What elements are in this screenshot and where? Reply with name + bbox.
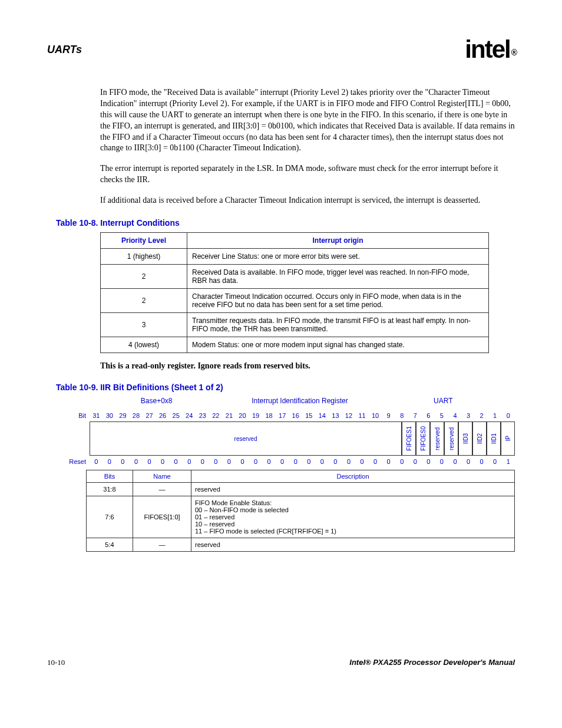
bit-number: 22: [209, 411, 223, 420]
col-origin: Interrupt origin: [187, 233, 489, 249]
reset-value: 0: [369, 457, 382, 466]
reset-value: 0: [342, 457, 356, 466]
field-reserved-4: reserved: [444, 421, 458, 456]
reset-value: 0: [209, 457, 223, 466]
field-iid3: IID3: [458, 421, 472, 456]
reset-value: 0: [116, 457, 130, 466]
reset-value: 0: [196, 457, 210, 466]
table-row: 5:4 — reserved: [87, 538, 515, 552]
interrupt-conditions-table: Priority Level Interrupt origin 1 (highe…: [100, 232, 489, 353]
reset-value: 0: [143, 457, 156, 466]
field-reserved: reserved: [90, 421, 402, 456]
reg-offset: Base+0x8: [85, 397, 228, 405]
table-row: 2Received Data is available. In FIFO mod…: [101, 265, 489, 289]
bit-definitions-table: Bits Name Description 31:8 — reserved 7:…: [86, 470, 515, 552]
field-fifoes0: FIFOES0: [416, 421, 430, 456]
field-reserved-5: reserved: [430, 421, 444, 456]
bit-number: 8: [395, 411, 409, 420]
table-row: 3Transmitter requests data. In FIFO mode…: [101, 313, 489, 337]
bit-number: 20: [236, 411, 249, 420]
bit-number: 9: [382, 411, 395, 420]
bit-number: 2: [475, 411, 488, 420]
readonly-note: This is a read-only register. Ignore rea…: [100, 361, 515, 371]
reset-value: 0: [355, 457, 369, 466]
reset-value: 0: [289, 457, 302, 466]
bit-number: 12: [342, 411, 356, 420]
bit-number: 19: [249, 411, 263, 420]
field-iid1: IID1: [487, 421, 501, 456]
reset-value: 0: [169, 457, 183, 466]
bit-number: 10: [369, 411, 382, 420]
reset-value: 0: [475, 457, 488, 466]
reset-value: 0: [395, 457, 409, 466]
table-row: 4 (lowest)Modem Status: one or more mode…: [101, 337, 489, 353]
bit-number: 14: [316, 411, 329, 420]
reset-value: 0: [249, 457, 263, 466]
bit-number: 28: [130, 411, 143, 420]
reset-value: 0: [435, 457, 449, 466]
section-heading: UARTs: [47, 44, 82, 56]
bit-number: 16: [289, 411, 302, 420]
bit-number: 26: [156, 411, 170, 420]
col-priority: Priority Level: [101, 233, 187, 249]
reset-value: 0: [462, 457, 475, 466]
bit-number: 3: [462, 411, 475, 420]
bit-number: 27: [143, 411, 156, 420]
col-description: Description: [191, 470, 515, 483]
paragraph-2: The error interrupt is reported separate…: [100, 163, 515, 186]
reset-value: 0: [422, 457, 435, 466]
reset-value: 0: [276, 457, 289, 466]
table-row: 2Character Timeout Indication occurred. …: [101, 289, 489, 313]
bit-number: 0: [501, 411, 515, 420]
reset-value: 0: [448, 457, 462, 466]
field-iid2: IID2: [472, 421, 487, 456]
paragraph-3: If additional data is received before a …: [100, 195, 515, 206]
reset-value: 0: [382, 457, 395, 466]
bit-number: 15: [302, 411, 316, 420]
reset-value: 0: [236, 457, 249, 466]
bit-number: 30: [103, 411, 117, 420]
table-row: 1 (highest)Receiver Line Status: one or …: [101, 249, 489, 265]
bit-number: 13: [329, 411, 342, 420]
table-10-8-caption: Table 10-8. Interrupt Conditions: [56, 218, 515, 228]
page-number: 10-10: [47, 658, 65, 667]
reset-value: 0: [329, 457, 342, 466]
table-row: 7:6 FIFOES[1:0] FIFO Mode Enable Status:…: [87, 496, 515, 538]
reg-name: Interrupt Identification Register: [228, 397, 371, 405]
paragraph-1: In FIFO mode, the "Received Data is avai…: [100, 87, 515, 154]
bit-number: 21: [223, 411, 236, 420]
bit-number: 6: [422, 411, 435, 420]
bit-number: 4: [448, 411, 462, 420]
register-diagram: Base+0x8 Interrupt Identification Regist…: [65, 397, 515, 552]
col-bits: Bits: [87, 470, 133, 483]
table-10-9-caption: Table 10-9. IIR Bit Definitions (Sheet 1…: [56, 383, 515, 392]
bit-label: Bit: [65, 412, 90, 419]
reset-value: 0: [183, 457, 196, 466]
reset-value: 1: [501, 457, 515, 466]
reset-value: 0: [130, 457, 143, 466]
reset-value: 0: [409, 457, 422, 466]
table-row: 31:8 — reserved: [87, 483, 515, 496]
reset-value: 0: [90, 457, 103, 466]
bit-number: 5: [435, 411, 449, 420]
bit-number: 1: [488, 411, 502, 420]
reset-value: 0: [103, 457, 117, 466]
bit-number: 18: [262, 411, 276, 420]
bit-number: 29: [116, 411, 130, 420]
bit-number: 31: [90, 411, 103, 420]
reset-value: 0: [223, 457, 236, 466]
field-ip: IP: [501, 421, 515, 456]
reset-label: Reset: [65, 458, 90, 465]
reset-value: 0: [488, 457, 502, 466]
bit-number: 7: [409, 411, 422, 420]
reset-value: 0: [262, 457, 276, 466]
reset-value: 0: [302, 457, 316, 466]
bit-number: 24: [183, 411, 196, 420]
bit-number: 11: [355, 411, 369, 420]
col-name: Name: [133, 470, 191, 483]
bit-number: 17: [276, 411, 289, 420]
reg-block: UART: [372, 397, 515, 405]
reset-value: 0: [156, 457, 170, 466]
field-fifoes1: FIFOES1: [402, 421, 416, 456]
footer-title: Intel® PXA255 Processor Developer's Manu…: [349, 658, 515, 667]
